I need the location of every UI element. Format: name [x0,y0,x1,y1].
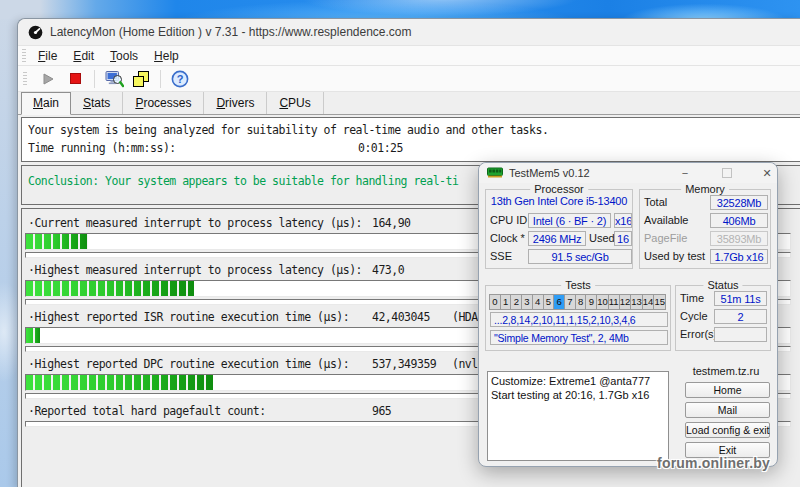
memory-pagefile-label: PageFile [644,231,687,246]
memory-total-label: Total [644,195,667,210]
analyze-computer-icon[interactable] [104,69,124,89]
log-line: Customize: Extreme1 @anta777 [491,374,665,388]
measurement-label: ·Highest reported DPC routine execution … [28,357,349,371]
measurement-label: ·Reported total hard pagefault count: [28,404,266,418]
cpu-id-value: Intel (6 · BF · 2) [528,213,611,228]
measurement-value: 965 [372,404,391,418]
forum-watermark: forum.onliner.by [657,455,770,471]
test-sequence-field: ...2,8,14,2,10,11,1,15,2,10,3,4,6 [490,312,668,327]
time-running-value: 0:01:25 [358,141,403,155]
measurement-value: 473,0 [372,263,404,277]
load-config-exit-button[interactable]: Load config & exit [685,422,770,438]
toolbar-separator [94,70,95,88]
measurement-label: ·Current measured interrupt to process l… [28,216,362,230]
status-errors-label: Error(s) [680,327,717,342]
memory-pagefile-value: 35893Mb [710,231,768,246]
tab-processes[interactable]: Processes [123,92,204,114]
site-label: testmem.tz.ru [679,365,773,377]
menu-tools[interactable]: Tools [102,48,146,64]
menubar-gripper [22,49,26,63]
home-button[interactable]: Home [685,382,770,398]
time-running-label: Time running (h:mm:ss): [28,141,176,155]
current-test-field: "Simple Memory Test", 2, 4Mb [490,330,668,345]
window-title: LatencyMon (Home Edition ) v 7.31 - http… [50,25,412,39]
svg-text:?: ? [177,73,184,85]
memory-available-label: Available [644,213,688,228]
latencymon-app-icon [28,25,43,40]
status-errors-value [714,327,767,342]
test-cell-row: 0 1 2 3 4 5 6 7 8 9 10 11 12 13 14 15 [490,294,666,310]
processor-groupbox: Processor 13th Gen Intel Core i5-13400 C… [485,189,633,269]
test-cell[interactable]: 15 [653,294,666,310]
tab-main[interactable]: Main [21,92,71,115]
analysis-status-text: Your system is being analyzed for suitab… [28,123,548,137]
clock-label: Clock * [490,231,525,246]
tests-caption: Tests [561,279,595,291]
memory-total-value: 32528Mb [710,195,768,210]
menubar: File Edit Tools Help [18,45,800,65]
tab-drivers[interactable]: Drivers [204,92,267,114]
latency-bar-fill [26,281,194,296]
used-value: 16 [614,231,632,246]
mail-button[interactable]: Mail [685,402,770,418]
conclusion-text: Conclusion: Your system appears to be su… [28,174,458,188]
ram-module-icon [487,167,503,179]
log-line: Start testing at 20:16, 1.7Gb x16 [491,388,665,402]
measurement-label: ·Highest reported ISR routine execution … [28,310,349,324]
memory-caption: Memory [681,183,729,195]
test-log-textarea[interactable]: Customize: Extreme1 @anta777 Start testi… [487,371,669,461]
measurement-value: 164,90 [372,216,411,230]
clock-value: 2496 MHz [528,231,586,246]
maximize-icon[interactable] [719,165,735,181]
latency-bar-fill [26,234,88,249]
minimize-icon[interactable]: − [677,165,693,181]
help-icon[interactable]: ? [170,69,190,89]
status-cycle-label: Cycle [680,309,708,324]
cpu-name: 13th Gen Intel Core i5-13400 [486,195,632,207]
testmem5-titlebar[interactable]: TestMem5 v0.12 − ✕ [479,163,777,183]
menu-help[interactable]: Help [146,48,187,64]
tab-cpus[interactable]: CPUs [267,92,323,114]
toolbar-gripper [23,72,27,86]
close-icon[interactable]: ✕ [759,165,775,181]
latency-bar-fill [26,375,213,390]
measurement-label: ·Highest measured interrupt to process l… [28,263,362,277]
status-cycle-value: 2 [714,309,767,324]
measurement-value: 537,349359 [372,357,436,371]
status-time-label: Time [680,291,704,306]
latency-bar-fill [26,328,40,343]
tests-groupbox: Tests 0 1 2 3 4 5 6 7 8 9 10 11 12 13 14… [485,285,671,351]
cpu-id-label: CPU ID [490,213,527,228]
latencymon-titlebar[interactable]: LatencyMon (Home Edition ) v 7.31 - http… [18,19,800,45]
memory-usedbytest-value: 1.7Gb x16 [710,249,768,264]
measurement-value: 42,403045 [372,310,430,324]
status-groupbox: Status Time 51m 11s Cycle 2 Error(s) [675,285,771,351]
memory-usedbytest-label: Used by test [644,249,705,264]
memory-groupbox: Memory Total 32528Mb Available 406Mb Pag… [639,189,771,269]
cpu-multiplier-value: x16 [614,213,632,228]
sse-value: 91.5 sec/Gb [528,249,632,264]
testmem5-window-title: TestMem5 v0.12 [509,167,590,179]
desktop-wallpaper-band [0,0,800,19]
menu-edit[interactable]: Edit [65,48,102,64]
menu-file[interactable]: File [30,48,65,64]
processor-caption: Processor [530,183,588,195]
memory-available-value: 406Mb [710,213,768,228]
testmem5-window: TestMem5 v0.12 − ✕ Processor 13th Gen In… [478,162,778,467]
used-label: Used [589,231,615,246]
sse-label: SSE [490,249,512,264]
analysis-info-box: Your system is being analyzed for suitab… [21,117,800,162]
tab-stats[interactable]: Stats [71,92,123,114]
tab-bar: Main Stats Processes Drivers CPUs [18,91,800,115]
windows-layers-icon[interactable] [131,69,151,89]
play-icon[interactable] [38,69,58,89]
toolbar: ? [18,65,800,91]
stop-icon[interactable] [65,69,85,89]
status-caption: Status [703,279,742,291]
toolbar-separator [160,70,161,88]
status-time-value: 51m 11s [714,291,767,306]
